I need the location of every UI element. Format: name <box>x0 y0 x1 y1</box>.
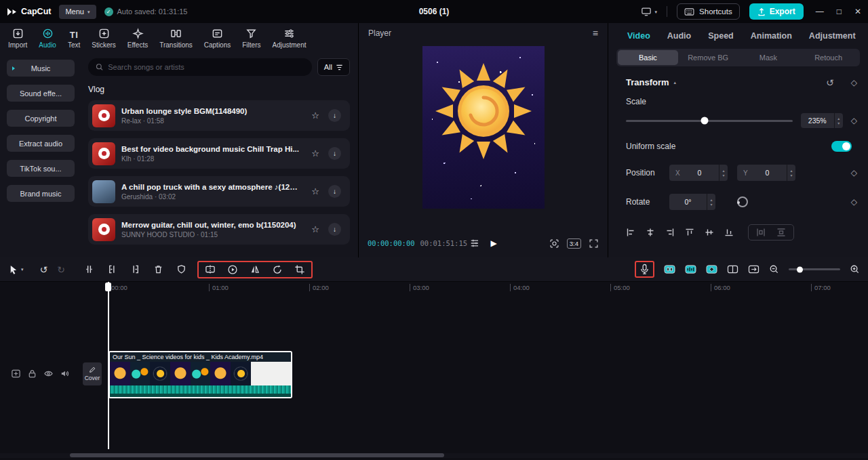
align-top-icon[interactable] <box>685 228 694 237</box>
scale-slider-knob[interactable] <box>701 117 708 125</box>
shield-tool-button[interactable] <box>176 264 186 274</box>
mirror-button[interactable] <box>205 264 216 274</box>
tab-audio[interactable]: Audio <box>39 28 56 49</box>
layout-switcher[interactable]: ▾ <box>641 7 658 16</box>
playhead-handle[interactable] <box>105 283 111 291</box>
tab-captions[interactable]: Captions <box>204 28 231 49</box>
video-preview[interactable] <box>422 46 545 209</box>
undo-button[interactable]: ↺ <box>40 264 48 275</box>
keyframe-diamond-icon[interactable]: ◇ <box>851 198 857 206</box>
mute-track-icon[interactable] <box>60 369 70 379</box>
position-y-field[interactable]: Y 0 ▴▾ <box>737 165 795 181</box>
play-button[interactable]: ▶ <box>490 238 496 248</box>
favorite-icon[interactable]: ☆ <box>311 224 319 234</box>
crop-button[interactable] <box>294 264 305 275</box>
tab-filters[interactable]: Filters <box>242 28 260 49</box>
frame-list-icon[interactable] <box>469 239 479 247</box>
keyframe-diamond-icon[interactable]: ◇ <box>851 117 857 125</box>
keyframe-diamond-icon[interactable]: ◇ <box>851 79 857 87</box>
minimize-button[interactable]: — <box>816 7 824 16</box>
sidebar-item-sound-effects[interactable]: Sound effe... <box>7 85 75 102</box>
adapt-preview-button[interactable] <box>748 264 760 274</box>
align-left-icon[interactable] <box>626 228 635 237</box>
cover-button[interactable]: Cover <box>83 362 102 385</box>
rotate-stepper[interactable]: ▴▾ <box>707 194 715 210</box>
rotate-field[interactable]: 0° ▴▾ <box>669 194 715 210</box>
video-clip[interactable]: Our Sun _ Science videos for kids _ Kids… <box>108 351 292 398</box>
collapse-icon[interactable]: ▴ <box>674 80 677 85</box>
sidebar-item-brand-music[interactable]: Brand music <box>7 185 75 202</box>
sidebar-item-extract-audio[interactable]: Extract audio <box>7 135 75 152</box>
keyframe-diamond-icon[interactable]: ◇ <box>851 169 857 177</box>
hide-track-icon[interactable] <box>43 369 54 379</box>
voiceover-mic-button[interactable] <box>639 264 650 275</box>
subtab-basic[interactable]: Basic <box>618 50 678 65</box>
tab-adjustment-props[interactable]: Adjustment <box>809 31 856 41</box>
player-menu-icon[interactable]: ≡ <box>593 28 598 39</box>
tab-effects[interactable]: Effects <box>127 28 148 49</box>
sidebar-item-music[interactable]: Music <box>7 60 75 77</box>
select-tool-button[interactable]: ▾ <box>8 264 24 275</box>
zoom-slider-knob[interactable] <box>797 266 803 272</box>
song-row[interactable]: Merrow guitar, chill out, winter, emo b(… <box>88 214 350 245</box>
beat-marker-button[interactable] <box>685 264 696 274</box>
download-icon[interactable]: ↓ <box>328 223 341 236</box>
timeline-ruler[interactable]: 00:00 01:00 02:00 03:00 04:00 05:00 06:0… <box>0 282 868 294</box>
tab-animation[interactable]: Animation <box>751 31 792 41</box>
favorite-icon[interactable]: ☆ <box>311 110 319 121</box>
sidebar-item-tiktok-sounds[interactable]: TikTok sou... <box>7 160 75 177</box>
subtab-retouch[interactable]: Retouch <box>798 50 859 65</box>
song-row[interactable]: A chill pop truck with a sexy atmosphere… <box>88 176 350 207</box>
scrollbar-thumb[interactable] <box>70 453 444 457</box>
scale-value-box[interactable]: 235% ▴▾ <box>801 113 843 128</box>
favorite-icon[interactable]: ☆ <box>311 186 319 196</box>
filter-all-button[interactable]: All <box>317 58 350 76</box>
track-split-view-button[interactable] <box>727 264 738 274</box>
aspect-ratio-button[interactable]: 3:4 <box>567 238 581 249</box>
scale-slider[interactable] <box>626 120 793 122</box>
reset-icon[interactable]: ↺ <box>826 78 834 87</box>
focus-icon[interactable] <box>549 238 559 249</box>
search-input[interactable] <box>108 63 304 71</box>
lock-track-icon[interactable] <box>27 369 37 379</box>
position-y-stepper[interactable]: ▴▾ <box>787 165 795 181</box>
download-icon[interactable]: ↓ <box>328 185 341 198</box>
download-icon[interactable]: ↓ <box>328 147 341 160</box>
tab-stickers[interactable]: Stickers <box>92 28 116 49</box>
timeline-zoom-slider[interactable] <box>789 268 840 270</box>
playhead-line[interactable] <box>108 282 109 449</box>
tab-audio-props[interactable]: Audio <box>667 31 691 41</box>
download-icon[interactable]: ↓ <box>328 109 341 122</box>
uniform-scale-toggle[interactable] <box>831 141 852 152</box>
tab-import[interactable]: Import <box>8 28 27 49</box>
song-row[interactable]: Best for video background music Chill Tr… <box>88 138 350 169</box>
rotate-button[interactable] <box>272 264 283 275</box>
tab-speed[interactable]: Speed <box>708 31 734 41</box>
split-button[interactable] <box>84 264 94 274</box>
speed-button[interactable] <box>227 264 238 275</box>
zoom-in-button[interactable] <box>850 264 860 274</box>
subtab-mask[interactable]: Mask <box>738 50 799 65</box>
distribute-horizontal-icon[interactable] <box>756 228 766 237</box>
keyframe-button[interactable] <box>706 264 717 274</box>
fullscreen-icon[interactable] <box>589 238 599 249</box>
align-bottom-icon[interactable] <box>724 228 734 237</box>
tab-video[interactable]: Video <box>627 31 650 41</box>
scale-stepper[interactable]: ▴▾ <box>834 113 843 128</box>
search-box[interactable] <box>88 58 312 76</box>
flip-button[interactable] <box>250 264 260 274</box>
zoom-out-button[interactable] <box>769 264 779 274</box>
favorite-icon[interactable]: ☆ <box>311 148 319 159</box>
tab-transitions[interactable]: Transitions <box>159 28 193 49</box>
timeline-tracks[interactable]: Cover Our Sun _ Science videos for kids … <box>0 294 868 460</box>
tab-text[interactable]: TI Text <box>68 28 80 49</box>
redo-button[interactable]: ↻ <box>57 264 65 275</box>
freeze-frame-button[interactable] <box>664 264 675 274</box>
subtab-remove-bg[interactable]: Remove BG <box>678 50 738 65</box>
align-right-icon[interactable] <box>665 228 675 237</box>
delete-left-button[interactable] <box>107 264 117 274</box>
delete-right-button[interactable] <box>130 264 140 274</box>
track-options-icon[interactable] <box>11 369 21 379</box>
position-x-field[interactable]: X 0 ▴▾ <box>669 165 728 181</box>
restore-button[interactable]: □ <box>837 7 842 16</box>
